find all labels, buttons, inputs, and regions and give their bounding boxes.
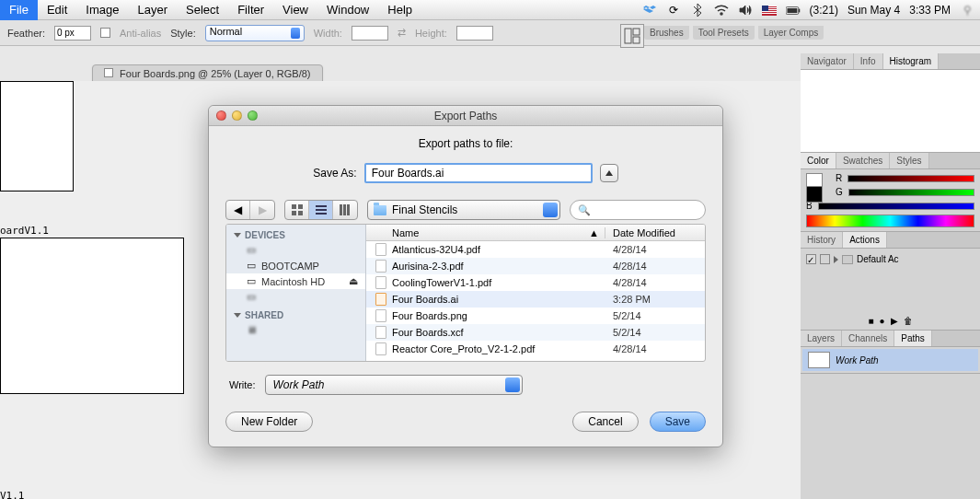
caret-icon [543, 203, 558, 217]
document-title-bar[interactable]: Four Boards.png @ 25% (Layer 0, RGB/8) [92, 64, 323, 83]
menu-select[interactable]: Select [177, 0, 228, 20]
svg-rect-8 [798, 8, 799, 12]
tab-color[interactable]: Color [801, 153, 836, 168]
action-record-icon[interactable]: ● [880, 316, 885, 326]
path-item-work-path[interactable]: Work Path [802, 349, 978, 371]
menu-window[interactable]: Window [317, 0, 378, 20]
palette-brushes[interactable]: Brushes [644, 26, 689, 40]
file-name: Aurisina-2-3.pdf [392, 261, 464, 272]
devices-header[interactable]: DEVICES [226, 225, 365, 242]
view-column-button[interactable] [333, 201, 357, 219]
b-slider[interactable] [818, 203, 974, 210]
column-date[interactable]: Date Modified [605, 227, 705, 238]
view-mode-segment[interactable] [284, 200, 358, 220]
width-input [352, 26, 388, 41]
wifi-icon[interactable] [714, 3, 729, 17]
tab-histogram[interactable]: Histogram [883, 53, 940, 69]
battery-icon[interactable] [786, 3, 801, 17]
sync-icon[interactable]: ⟳ [666, 3, 681, 17]
file-row[interactable]: Reactor Core_Proto_V2-1-2.pdf4/28/14 [366, 341, 705, 357]
volume-icon[interactable] [738, 3, 753, 17]
file-date: 4/28/14 [605, 261, 705, 272]
menu-image[interactable]: Image [76, 0, 128, 20]
workspace-icon[interactable] [620, 24, 644, 48]
style-select[interactable]: Normal [205, 25, 305, 41]
spectrum-bar[interactable] [806, 215, 974, 227]
sidebar-device-0[interactable]: ▭ [226, 242, 365, 258]
sidebar-device-3[interactable]: ▭ [226, 289, 365, 305]
bluetooth-icon[interactable] [690, 3, 705, 17]
file-icon [375, 309, 386, 322]
menu-filter[interactable]: Filter [228, 0, 273, 20]
svg-rect-13 [292, 204, 296, 209]
doc-icon [104, 68, 113, 77]
nav-forward-button[interactable]: ▶ [250, 201, 274, 219]
action-default[interactable]: ✓ Default Ac [804, 252, 976, 266]
tab-layers[interactable]: Layers [801, 331, 842, 346]
file-row[interactable]: Four Boards.xcf5/2/14 [366, 324, 705, 341]
file-icon [375, 243, 386, 256]
antialias-label: Anti-alias [120, 28, 161, 39]
search-field[interactable]: 🔍 [570, 200, 706, 220]
histogram-panel [801, 70, 980, 153]
menu-edit[interactable]: Edit [38, 0, 76, 20]
file-row[interactable]: CoolingTowerV1-1.pdf4/28/14 [366, 274, 705, 291]
spotlight-icon[interactable]: ⚲ [960, 3, 974, 17]
nav-back-button[interactable]: ◀ [226, 201, 250, 219]
g-label: G [836, 187, 843, 197]
action-play-icon[interactable]: ▶ [891, 316, 898, 326]
palette-layer-comps[interactable]: Layer Comps [758, 26, 824, 40]
menu-file[interactable]: File [0, 0, 38, 20]
sidebar-device-macintosh[interactable]: ▭ Macintosh HD ⏏ [226, 273, 365, 289]
antialias-checkbox[interactable] [100, 28, 110, 38]
file-row[interactable]: Aurisina-2-3.pdf4/28/14 [366, 258, 705, 274]
background-swatch[interactable] [806, 186, 823, 203]
tab-styles[interactable]: Styles [890, 153, 928, 168]
nav-back-forward[interactable]: ◀ ▶ [225, 200, 275, 220]
disclosure-button[interactable] [600, 164, 618, 182]
new-folder-button[interactable]: New Folder [225, 412, 313, 432]
file-icon [375, 276, 386, 289]
view-icon-button[interactable] [285, 201, 309, 219]
menu-layer[interactable]: Layer [129, 0, 178, 20]
tab-paths[interactable]: Paths [894, 331, 932, 346]
column-name[interactable]: Name ▲ [366, 227, 605, 238]
right-panels: Navigator Info Histogram Color Swatches … [801, 53, 980, 499]
palette-tool-presets[interactable]: Tool Presets [693, 26, 755, 40]
menu-view[interactable]: View [273, 0, 317, 20]
r-slider[interactable] [847, 175, 974, 182]
shared-header[interactable]: SHARED [226, 305, 365, 322]
file-date: 4/28/14 [605, 244, 705, 255]
action-stop-icon[interactable]: ■ [868, 316, 873, 326]
swap-icon[interactable]: ⇄ [398, 27, 406, 39]
view-list-button[interactable] [309, 201, 333, 219]
tab-actions[interactable]: Actions [843, 232, 887, 248]
dialog-titlebar[interactable]: Export Paths [209, 106, 722, 126]
action-trash-icon[interactable]: 🗑 [904, 316, 913, 326]
dropbox-icon[interactable] [642, 3, 657, 17]
sidebar-shared-0[interactable]: 🖥 [226, 322, 365, 337]
svg-rect-10 [625, 29, 631, 43]
file-row[interactable]: Atlanticus-32U4.pdf4/28/14 [366, 241, 705, 258]
cancel-button[interactable]: Cancel [572, 412, 638, 432]
feather-label: Feather: [7, 28, 45, 39]
tab-swatches[interactable]: Swatches [836, 153, 890, 168]
g-slider[interactable] [848, 189, 974, 196]
flag-icon[interactable] [762, 3, 777, 17]
tab-navigator[interactable]: Navigator [801, 53, 854, 69]
feather-input[interactable] [54, 26, 91, 41]
file-row[interactable]: Four Boards.ai3:28 PM [366, 291, 705, 308]
menu-help[interactable]: Help [378, 0, 421, 20]
tab-channels[interactable]: Channels [842, 331, 894, 346]
actions-panel: ✓ Default Ac ■ ● ▶ 🗑 [801, 249, 980, 331]
caret-icon [505, 377, 520, 392]
tab-history[interactable]: History [801, 232, 843, 248]
sidebar-device-bootcamp[interactable]: ▭ BOOTCAMP [226, 258, 365, 273]
save-button[interactable]: Save [650, 412, 706, 432]
write-select[interactable]: Work Path [265, 375, 523, 395]
file-row[interactable]: Four Boards.png5/2/14 [366, 308, 705, 324]
folder-select[interactable]: Final Stencils [367, 200, 560, 220]
saveas-input[interactable] [364, 163, 593, 183]
svg-rect-12 [633, 37, 640, 43]
tab-info[interactable]: Info [854, 53, 883, 69]
